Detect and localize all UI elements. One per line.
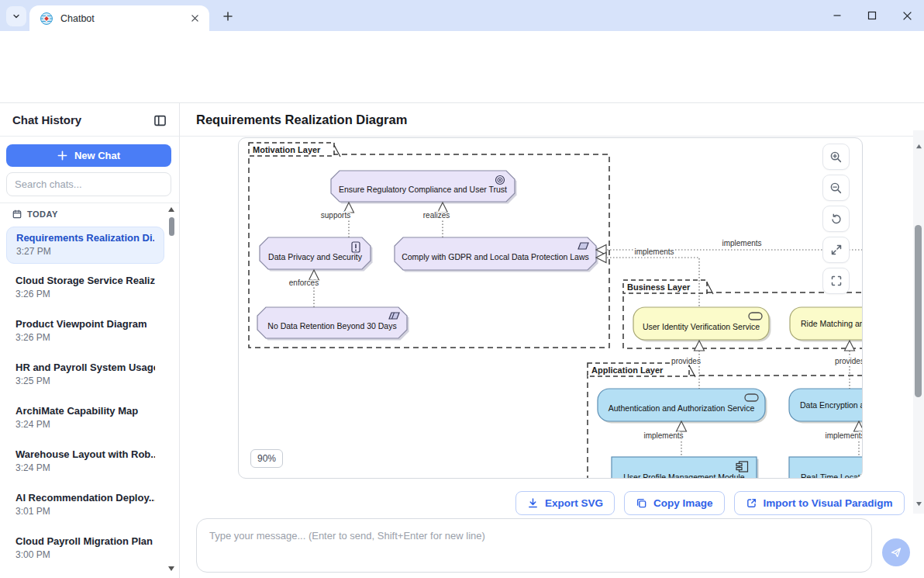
- new-chat-button[interactable]: New Chat: [6, 144, 171, 167]
- sidebar-title: Chat History: [12, 113, 81, 126]
- chat-title: Requirements Realization Di...: [16, 232, 154, 244]
- hollow-triangle-arrowhead: [695, 341, 705, 351]
- relation-realizes: realizes: [423, 202, 450, 237]
- chat-history-item[interactable]: HR and Payroll System Usage3:25 PM: [6, 357, 164, 394]
- sidebar-scroll-down-icon[interactable]: [167, 566, 175, 572]
- zoom-out-button[interactable]: [822, 175, 850, 201]
- divider: [0, 136, 180, 137]
- sidebar-scroll-up-icon[interactable]: [167, 206, 175, 213]
- relation-enforces: enforces: [289, 270, 319, 307]
- download-icon: [527, 497, 539, 509]
- diagram-node-goal-ensure-regulatory-compliance[interactable]: Ensure Regulatory Compliance and User Tr…: [331, 171, 517, 204]
- chat-list: Requirements Realization Di...3:27 PMClo…: [6, 227, 164, 574]
- main-scroll-up-icon[interactable]: [915, 144, 922, 149]
- divider: [180, 136, 924, 137]
- hollow-triangle-arrowhead: [845, 341, 855, 351]
- browser-toolbar: ai-toolbox.visual-paradigm.com/app/chatb…: [0, 31, 924, 66]
- app-header: Chatbot Powered by Visual Paradigm More …: [0, 66, 924, 103]
- constraint-icon: [389, 313, 399, 319]
- tab-title: Chatbot: [60, 13, 188, 24]
- new-tab-button[interactable]: [219, 7, 237, 26]
- window-close-button[interactable]: [899, 8, 915, 23]
- browser-tab-strip: Chatbot: [0, 0, 924, 31]
- zoom-level-badge: 90%: [250, 449, 283, 468]
- main-scrollbar-thumb[interactable]: [915, 225, 922, 397]
- node-label: User Identity Verification Service: [643, 322, 760, 331]
- action-label: Export SVG: [545, 497, 603, 509]
- chat-title: Warehouse Layout with Rob...: [16, 448, 155, 460]
- collapse-sidebar-button[interactable]: [152, 112, 167, 128]
- chat-history-item[interactable]: AI Recommendation Deploy...3:01 PM: [6, 487, 164, 524]
- expand-view-button[interactable]: [822, 237, 850, 263]
- chat-timestamp: 3:27 PM: [16, 246, 154, 257]
- send-button[interactable]: [882, 538, 910, 566]
- relation-label: supports: [321, 211, 350, 220]
- panel-collapse-icon: [153, 114, 167, 127]
- chat-title: AI Recommendation Deploy...: [16, 492, 155, 504]
- chat-history-sidebar: Chat History New Chat TODAY Requirements…: [0, 103, 180, 578]
- fullscreen-button[interactable]: [822, 268, 850, 294]
- diagram-node-app-component-real-time-location[interactable]: Real-Time Locati: [789, 457, 862, 478]
- node-label: Data Privacy and Security: [268, 252, 363, 261]
- relation-implements: implements: [596, 247, 699, 307]
- chat-history-item[interactable]: Cloud Storage Service Realiz...3:26 PM: [6, 270, 164, 307]
- chat-history-item[interactable]: Product Viewpoint Diagram3:26 PM: [6, 313, 164, 351]
- message-input[interactable]: [196, 518, 872, 573]
- fullscreen-icon: [830, 275, 843, 287]
- chat-timestamp: 3:00 PM: [16, 549, 155, 560]
- diagram-node-principle-data-privacy-security[interactable]: Data Privacy and Security: [260, 237, 373, 272]
- reset-view-button[interactable]: [822, 206, 850, 232]
- node-label: User Profile Management Module: [623, 472, 745, 478]
- window-minimize-button[interactable]: [829, 8, 845, 23]
- relation-implements: implements: [825, 421, 862, 457]
- export-svg-button[interactable]: Export SVG: [515, 491, 615, 515]
- close-icon: [191, 15, 198, 22]
- requirements-realization-diagram[interactable]: Motivation LayerBusiness LayerApplicatio…: [239, 138, 862, 478]
- plus-icon: [57, 151, 67, 161]
- import-to-vp-button[interactable]: Import to Visual Paradigm: [734, 491, 905, 515]
- node-label: No Data Retention Beyond 30 Days: [267, 321, 396, 331]
- calendar-icon: [12, 209, 22, 219]
- relation-implements: implements: [643, 421, 686, 457]
- expand-view-icon: [830, 244, 843, 256]
- chat-history-item[interactable]: Warehouse Layout with Rob...3:24 PM: [6, 444, 164, 481]
- close-icon: [902, 11, 912, 21]
- diagram-node-business-service-ride-matching[interactable]: Ride Matching ar: [790, 307, 862, 342]
- chat-history-item[interactable]: Cloud Payroll Migration Plan3:00 PM: [6, 531, 164, 568]
- diagram-action-row: Export SVGCopy ImageImport to Visual Par…: [515, 491, 905, 515]
- node-label: Ensure Regulatory Compliance and User Tr…: [339, 185, 507, 194]
- diagram-node-app-component-user-profile-management[interactable]: User Profile Management Module: [612, 457, 759, 478]
- diagram-node-requirement-gdpr-compliance[interactable]: Comply with GDPR and Local Data Protecti…: [395, 237, 598, 272]
- chat-timestamp: 3:24 PM: [16, 419, 155, 430]
- diagram-node-app-service-authentication-authorization[interactable]: Authentication and Authorization Service: [598, 389, 767, 424]
- section-today: TODAY: [12, 209, 58, 219]
- copy-image-button[interactable]: Copy Image: [624, 491, 725, 515]
- zoom-in-button[interactable]: [822, 144, 850, 170]
- copy-icon: [636, 497, 647, 509]
- search-chats-input[interactable]: [6, 172, 171, 196]
- diagram-node-app-service-data-encryption[interactable]: Data Encryption a: [789, 389, 862, 424]
- chat-timestamp: 3:01 PM: [16, 506, 155, 517]
- action-label: Copy Image: [653, 497, 713, 509]
- chat-title: Cloud Storage Service Realiz...: [16, 275, 155, 286]
- tab-search-chevron-button[interactable]: [6, 6, 26, 26]
- main-panel: Requirements Realization Diagram Motivat…: [180, 103, 924, 578]
- plus-icon: [222, 11, 233, 22]
- chat-title: HR and Payroll System Usage: [16, 362, 155, 373]
- external-link-icon: [746, 497, 757, 509]
- chat-history-item[interactable]: Requirements Realization Di...3:27 PM: [6, 227, 164, 264]
- tab-close-button[interactable]: [188, 12, 202, 26]
- node-label: Data Encryption a: [800, 400, 862, 410]
- relation-label: implements: [643, 431, 683, 440]
- chat-timestamp: 3:24 PM: [16, 462, 155, 473]
- chat-history-item[interactable]: ArchiMate Capability Map3:24 PM: [6, 400, 164, 438]
- maximize-icon: [867, 11, 877, 20]
- diagram-node-constraint-no-data-retention[interactable]: No Data Retention Beyond 30 Days: [257, 307, 409, 341]
- main-scroll-down-icon[interactable]: [915, 501, 922, 507]
- diagram-node-business-service-user-identity-verification[interactable]: User Identity Verification Service: [633, 307, 771, 342]
- browser-tab[interactable]: Chatbot: [29, 5, 209, 31]
- window-maximize-button[interactable]: [864, 8, 880, 23]
- favicon-visual-paradigm: [40, 12, 53, 25]
- sidebar-scrollbar-thumb[interactable]: [169, 217, 174, 236]
- chevron-down-icon: [12, 12, 21, 21]
